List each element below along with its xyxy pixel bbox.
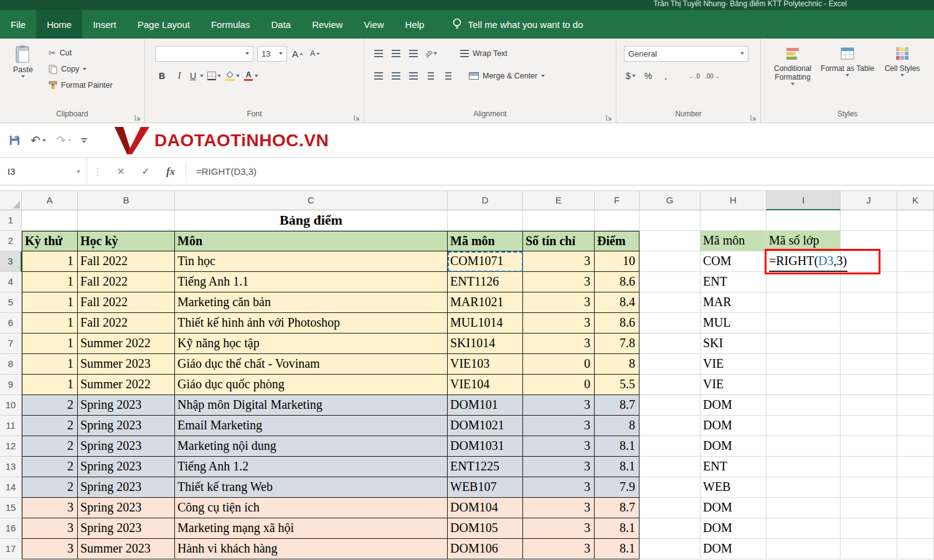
cell-I9[interactable] bbox=[767, 375, 841, 395]
number-format-combo[interactable]: General bbox=[624, 46, 748, 62]
row-header-16[interactable]: 16 bbox=[0, 518, 22, 539]
cell-F8[interactable]: 8 bbox=[595, 354, 639, 375]
align-left-button[interactable] bbox=[372, 68, 385, 83]
row-header-17[interactable]: 17 bbox=[0, 539, 22, 559]
cell-G1[interactable] bbox=[639, 210, 700, 231]
cell-A4[interactable]: 1 bbox=[22, 272, 78, 292]
cell-E13[interactable]: 3 bbox=[523, 457, 595, 477]
tab-review[interactable]: Review bbox=[301, 10, 353, 39]
tab-page-layout[interactable]: Page Layout bbox=[127, 10, 200, 39]
cell-G17[interactable] bbox=[639, 539, 700, 559]
cell-A11[interactable]: 2 bbox=[22, 416, 78, 436]
cell-D2[interactable]: Mã môn bbox=[448, 231, 523, 251]
formula-bar-value[interactable]: =RIGHT(D3,3) bbox=[189, 158, 257, 185]
cell-A8[interactable]: 1 bbox=[22, 354, 78, 375]
tab-data[interactable]: Data bbox=[260, 10, 301, 39]
cell-B11[interactable]: Spring 2023 bbox=[78, 416, 175, 436]
column-header-K[interactable]: K bbox=[897, 191, 934, 210]
cell-H15[interactable]: DOM bbox=[700, 498, 767, 518]
italic-button[interactable]: I bbox=[172, 68, 186, 83]
tab-file[interactable]: File bbox=[0, 10, 36, 39]
font-dialog-launcher[interactable] bbox=[354, 112, 361, 119]
cell-E1[interactable] bbox=[523, 210, 595, 231]
cell-H17[interactable]: DOM bbox=[700, 539, 767, 559]
cell-C12[interactable]: Marketing nội dung bbox=[175, 436, 448, 457]
cell-D13[interactable]: ENT1225 bbox=[448, 457, 523, 477]
row-header-12[interactable]: 12 bbox=[0, 436, 22, 457]
cell-H14[interactable]: WEB bbox=[700, 477, 767, 498]
cell-D17[interactable]: DOM106 bbox=[448, 539, 523, 559]
middle-align-button[interactable] bbox=[389, 46, 403, 61]
increase-font-button[interactable]: A bbox=[291, 46, 304, 61]
row-header-3[interactable]: 3 bbox=[0, 251, 22, 272]
cell-F10[interactable]: 8.7 bbox=[595, 395, 639, 416]
cell-F5[interactable]: 8.4 bbox=[595, 292, 639, 313]
cell-F14[interactable]: 7.9 bbox=[595, 477, 639, 498]
formula-bar-splitter[interactable]: ⋮ bbox=[87, 158, 108, 185]
cell-B2[interactable]: Học kỳ bbox=[78, 231, 175, 251]
cell-D3[interactable]: COM1071 bbox=[448, 251, 523, 272]
cell-B15[interactable]: Spring 2023 bbox=[78, 498, 175, 518]
cell-K17[interactable] bbox=[897, 539, 934, 559]
cell-K13[interactable] bbox=[897, 457, 934, 477]
cell-G3[interactable] bbox=[639, 251, 700, 272]
column-header-F[interactable]: F bbox=[595, 191, 639, 210]
cell-K7[interactable] bbox=[897, 334, 934, 354]
cell-C17[interactable]: Hành vi khách hàng bbox=[175, 539, 448, 559]
cell-J5[interactable] bbox=[841, 292, 897, 313]
cell-H4[interactable]: ENT bbox=[700, 272, 767, 292]
column-header-A[interactable]: A bbox=[22, 191, 78, 210]
cell-H7[interactable]: SKI bbox=[700, 334, 767, 354]
cell-K4[interactable] bbox=[897, 272, 934, 292]
cell-K5[interactable] bbox=[897, 292, 934, 313]
row-header-14[interactable]: 14 bbox=[0, 477, 22, 498]
cell-E15[interactable]: 3 bbox=[523, 498, 595, 518]
font-name-combo[interactable] bbox=[155, 46, 253, 62]
cell-K6[interactable] bbox=[897, 313, 934, 334]
insert-function-button[interactable]: fx bbox=[158, 158, 183, 185]
tell-me-box[interactable]: Tell me what you want to do bbox=[452, 10, 583, 39]
cell-B9[interactable]: Summer 2022 bbox=[78, 375, 175, 395]
cell-H11[interactable]: DOM bbox=[700, 416, 767, 436]
tab-help[interactable]: Help bbox=[395, 10, 435, 39]
cell-E14[interactable]: 3 bbox=[523, 477, 595, 498]
cell-K15[interactable] bbox=[897, 498, 934, 518]
column-header-D[interactable]: D bbox=[448, 191, 523, 210]
cell-H8[interactable]: VIE bbox=[700, 354, 767, 375]
cell-B4[interactable]: Fall 2022 bbox=[78, 272, 175, 292]
cell-I8[interactable] bbox=[767, 354, 841, 375]
column-header-E[interactable]: E bbox=[523, 191, 595, 210]
cell-J13[interactable] bbox=[841, 457, 897, 477]
cell-C16[interactable]: Marketing mạng xã hội bbox=[175, 518, 448, 539]
paste-button[interactable]: Paste bbox=[5, 44, 41, 109]
cell-B14[interactable]: Spring 2023 bbox=[78, 477, 175, 498]
bottom-align-button[interactable] bbox=[407, 46, 420, 61]
cell-D12[interactable]: DOM1031 bbox=[448, 436, 523, 457]
cell-K16[interactable] bbox=[897, 518, 934, 539]
cell-C7[interactable]: Kỹ năng học tập bbox=[175, 334, 448, 354]
accounting-format-button[interactable]: $ bbox=[624, 68, 638, 83]
cell-J8[interactable] bbox=[841, 354, 897, 375]
cell-K10[interactable] bbox=[897, 395, 934, 416]
cell-G16[interactable] bbox=[639, 518, 700, 539]
cell-F4[interactable]: 8.6 bbox=[595, 272, 639, 292]
cell-A13[interactable]: 2 bbox=[22, 457, 78, 477]
cell-I16[interactable] bbox=[767, 518, 841, 539]
cell-F2[interactable]: Điểm bbox=[595, 231, 639, 251]
cell-E8[interactable]: 0 bbox=[523, 354, 595, 375]
cell-E2[interactable]: Số tín chỉ bbox=[523, 231, 595, 251]
column-header-H[interactable]: H bbox=[700, 191, 767, 210]
row-header-9[interactable]: 9 bbox=[0, 375, 22, 395]
cell-G10[interactable] bbox=[639, 395, 700, 416]
cell-C13[interactable]: Tiếng Anh 1.2 bbox=[175, 457, 448, 477]
cell-G15[interactable] bbox=[639, 498, 700, 518]
row-header-13[interactable]: 13 bbox=[0, 457, 22, 477]
cell-J4[interactable] bbox=[841, 272, 897, 292]
cell-D10[interactable]: DOM101 bbox=[448, 395, 523, 416]
cell-H16[interactable]: DOM bbox=[700, 518, 767, 539]
wrap-text-button[interactable]: Wrap Text bbox=[458, 45, 510, 62]
cell-E9[interactable]: 0 bbox=[523, 375, 595, 395]
cell-K14[interactable] bbox=[897, 477, 934, 498]
cell-B7[interactable]: Summer 2022 bbox=[78, 334, 175, 354]
cell-H3[interactable]: COM bbox=[700, 251, 767, 272]
